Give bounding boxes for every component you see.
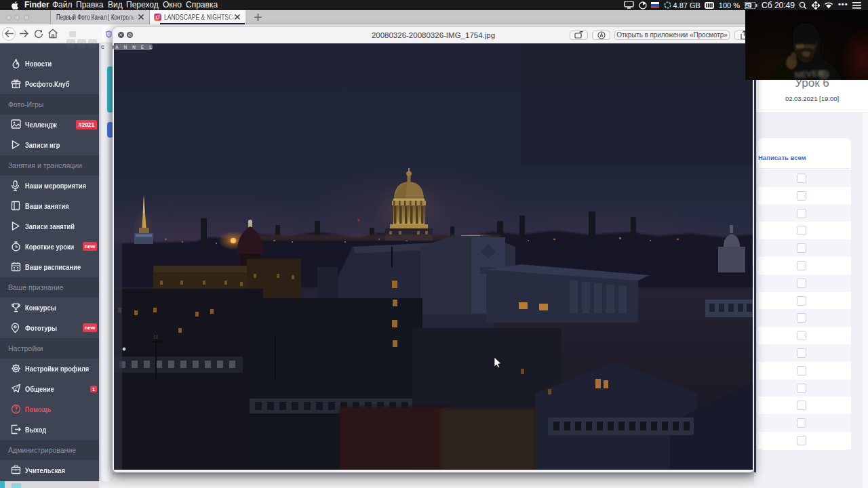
- svg-text:42: 42: [745, 3, 751, 7]
